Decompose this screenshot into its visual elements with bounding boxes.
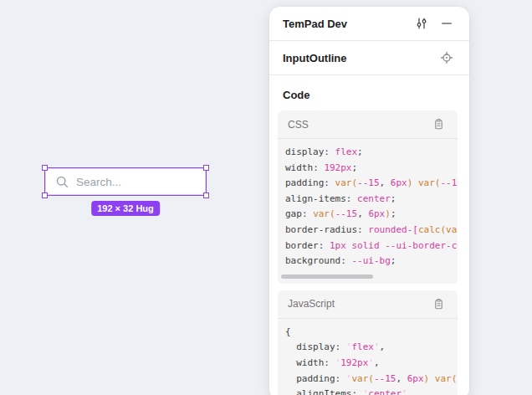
tempad-dev-plugin-window: TemPad Dev InputOutline xyxy=(269,7,469,395)
javascript-code-block: JavaScript { display: 'flex', width: '19… xyxy=(278,290,458,395)
javascript-block-label: JavaScript xyxy=(288,298,429,310)
css-code-block: CSS display: flex;width: 192px;padding: … xyxy=(278,110,458,284)
javascript-block-header: JavaScript xyxy=(278,290,458,319)
code-line: align-items: center; xyxy=(285,192,458,208)
locate-target-icon[interactable] xyxy=(437,49,456,67)
plugin-title: TemPad Dev xyxy=(283,18,412,30)
magnifier-icon xyxy=(55,175,69,189)
code-line: width: 192px; xyxy=(285,161,458,177)
preferences-sliders-icon[interactable] xyxy=(412,14,431,33)
code-line: border: 1px solid --ui-border-color; xyxy=(285,239,458,254)
figma-canvas: Search... 192 × 32 Hug TemPad Dev xyxy=(0,0,532,395)
scrollbar-thumb[interactable] xyxy=(281,274,373,279)
search-input-component[interactable]: Search... xyxy=(45,168,206,195)
code-line: width: '192px', xyxy=(285,356,458,372)
code-line: padding: 'var(--15, 6px) var(--15, 6px)'… xyxy=(285,372,458,387)
selected-node-name: InputOutline xyxy=(283,52,437,64)
css-code-area[interactable]: display: flex;width: 192px;padding: var(… xyxy=(278,139,458,273)
code-line: background: --ui-bg; xyxy=(285,254,458,269)
horizontal-scrollbar[interactable] xyxy=(281,274,454,279)
code-line: display: flex; xyxy=(285,145,458,161)
code-line: border-radius: rounded-[calc(var(--round… xyxy=(285,223,458,239)
plugin-header: TemPad Dev xyxy=(269,7,469,41)
search-placeholder-text: Search... xyxy=(76,176,121,188)
size-badge: 192 × 32 Hug xyxy=(91,201,160,216)
code-line: padding: var(--15, 6px) var(--15, 6px); xyxy=(285,176,458,192)
code-section-title: Code xyxy=(283,89,456,101)
code-line: gap: var(--15, 6px); xyxy=(285,207,458,223)
copy-clipboard-icon[interactable] xyxy=(429,115,448,134)
copy-clipboard-icon[interactable] xyxy=(429,295,448,313)
javascript-code-area[interactable]: { display: 'flex', width: '192px', paddi… xyxy=(278,319,458,395)
css-block-label: CSS xyxy=(288,119,429,131)
css-block-header: CSS xyxy=(278,110,458,139)
minimize-icon[interactable] xyxy=(437,14,456,33)
code-line: { xyxy=(285,325,458,341)
code-line: display: 'flex', xyxy=(285,340,458,356)
code-line: alignItems: 'center', xyxy=(285,387,458,395)
selected-node-row: InputOutline xyxy=(269,41,469,75)
